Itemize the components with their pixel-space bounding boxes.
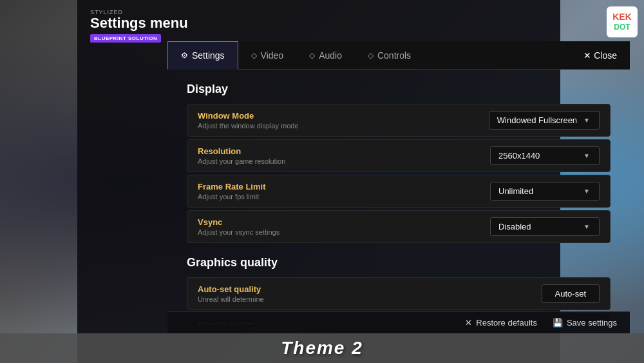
tab-video[interactable]: ◇ Video: [238, 41, 297, 69]
auto-set-button[interactable]: Auto-set: [542, 284, 600, 303]
resolution-control: 2560x1440 ▼: [490, 146, 600, 165]
display-section-title: Display: [187, 83, 611, 96]
close-label: Close: [594, 50, 617, 61]
save-settings-button[interactable]: 💾 Save settings: [553, 318, 617, 328]
tab-audio-label: Audio: [319, 50, 342, 61]
theme-bar: Theme 2: [0, 333, 644, 363]
theme-text: Theme 2: [281, 338, 363, 358]
resolution-desc: Adjust your game resolution: [198, 157, 285, 165]
window-mode-desc: Adjust the window display mode: [198, 122, 299, 130]
frame-rate-value: Unlimited: [498, 186, 533, 196]
tab-audio[interactable]: ◇ Audio: [296, 41, 355, 69]
vsync-desc: Adjust your vsync settings: [198, 228, 279, 236]
vsync-label: Vsync: [198, 217, 279, 227]
blueprint-badge: BLUEPRINT SOLUTION: [90, 34, 161, 43]
window-mode-label-group: Window Mode Adjust the window display mo…: [198, 111, 299, 130]
window-mode-label: Window Mode: [198, 111, 299, 121]
dot-text: DOT: [614, 23, 630, 32]
resolution-arrow-icon: ▼: [583, 152, 590, 159]
controls-tab-icon: ◇: [368, 51, 374, 60]
auto-set-desc: Unreal will determine: [198, 295, 264, 303]
frame-rate-label-group: Frame Rate Limit Adjust your fps limit: [198, 182, 265, 201]
frame-rate-desc: Adjust your fps limit: [198, 193, 265, 201]
vsync-arrow-icon: ▼: [583, 223, 590, 230]
settings-content: Display Window Mode Adjust the window di…: [167, 70, 630, 324]
auto-set-row[interactable]: Auto-set quality Unreal will determine A…: [187, 277, 611, 310]
save-icon: 💾: [553, 318, 563, 328]
frame-rate-control: Unlimited ▼: [490, 182, 600, 201]
restore-icon: ✕: [465, 318, 472, 328]
kek-text: KEK: [612, 12, 632, 23]
audio-tab-icon: ◇: [309, 51, 315, 60]
frame-rate-label: Frame Rate Limit: [198, 182, 265, 191]
video-tab-icon: ◇: [251, 51, 257, 60]
resolution-row[interactable]: Resolution Adjust your game resolution 2…: [187, 139, 611, 172]
tab-controls-label: Controls: [377, 50, 411, 61]
frame-rate-row[interactable]: Frame Rate Limit Adjust your fps limit U…: [187, 175, 611, 208]
window-mode-dropdown[interactable]: Windowed Fullscreen ▼: [489, 111, 600, 130]
resolution-dropdown[interactable]: 2560x1440 ▼: [490, 146, 600, 165]
resolution-value: 2560x1440: [498, 151, 540, 161]
tab-bar: ⚙ Settings ◇ Video ◇ Audio ◇ Controls ✕ …: [167, 41, 630, 70]
vsync-row[interactable]: Vsync Adjust your vsync settings Disable…: [187, 210, 611, 243]
auto-set-label: Auto-set quality: [198, 284, 264, 294]
resolution-label: Resolution: [198, 146, 285, 156]
settings-tab-icon: ⚙: [181, 51, 188, 60]
vsync-label-group: Vsync Adjust your vsync settings: [198, 217, 279, 236]
window-mode-arrow-icon: ▼: [583, 117, 590, 124]
frame-rate-dropdown[interactable]: Unlimited ▼: [490, 182, 600, 201]
window-mode-row[interactable]: Window Mode Adjust the window display mo…: [187, 104, 611, 137]
graphics-section-title: Graphics quality: [187, 256, 611, 270]
bottom-bar: ✕ Restore defaults 💾 Save settings: [167, 311, 630, 333]
resolution-label-group: Resolution Adjust your game resolution: [198, 146, 285, 165]
save-label: Save settings: [567, 318, 617, 328]
vsync-dropdown[interactable]: Disabled ▼: [490, 217, 600, 236]
tab-settings-label: Settings: [192, 50, 225, 61]
vsync-value: Disabled: [498, 222, 531, 231]
close-x-icon: ✕: [583, 50, 591, 61]
kek-dot-logo: KEK DOT: [607, 6, 638, 37]
close-button[interactable]: ✕ Close: [571, 50, 630, 61]
window-mode-value: Windowed Fullscreen: [497, 115, 577, 125]
tab-settings[interactable]: ⚙ Settings: [167, 41, 238, 69]
auto-set-label-group: Auto-set quality Unreal will determine: [198, 284, 264, 303]
tab-controls[interactable]: ◇ Controls: [355, 41, 424, 69]
window-mode-control: Windowed Fullscreen ▼: [489, 111, 600, 130]
app-header: STYLIZED Settings menu BLUEPRINT SOLUTIO…: [90, 9, 188, 43]
restore-defaults-button[interactable]: ✕ Restore defaults: [465, 318, 537, 328]
vsync-control: Disabled ▼: [490, 217, 600, 236]
frame-rate-arrow-icon: ▼: [583, 188, 590, 195]
settings-panel: ⚙ Settings ◇ Video ◇ Audio ◇ Controls ✕ …: [77, 0, 560, 363]
restore-label: Restore defaults: [476, 318, 537, 328]
auto-set-control: Auto-set: [542, 284, 600, 303]
tab-video-label: Video: [261, 50, 284, 61]
app-title: Settings menu: [90, 15, 188, 31]
